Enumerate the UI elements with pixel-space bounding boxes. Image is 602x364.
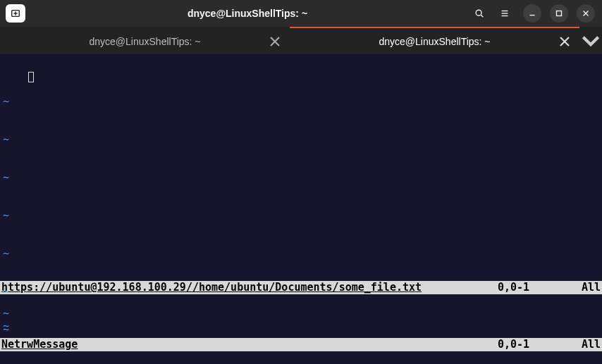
tab-label: dnyce@LinuxShellTips: ~	[290, 36, 579, 47]
vim-empty-lines: ~ ~ ~ ~ ~ ~ ~ ~ ~ ~ ~ ~ ~ ~ ~ ~	[3, 70, 41, 364]
tilde-line: ~	[3, 171, 41, 184]
status-scroll-pct: All	[575, 338, 601, 351]
tilde-line: ~	[3, 320, 602, 332]
tilde-line: ~	[3, 209, 41, 222]
close-window-button[interactable]	[577, 4, 595, 23]
svg-line-4	[481, 15, 483, 17]
minimize-button[interactable]	[523, 4, 541, 23]
svg-rect-9	[557, 11, 562, 16]
vim-pane-top[interactable]: ~ ~ ~ ~ ~ ~ ~ ~ ~ ~ ~ ~ ~ ~ ~ ~	[0, 54, 602, 281]
tilde-line: ~	[3, 307, 602, 320]
vim-command-line[interactable]	[0, 351, 602, 364]
tilde-line: ~	[3, 361, 41, 364]
tilde-line: ~	[3, 323, 41, 336]
tab-strip: dnyce@LinuxShellTips: ~ dnyce@LinuxShell…	[0, 27, 602, 54]
status-cursor-pos: 0,0-1	[498, 281, 575, 294]
vim-status-bar-bottom: NetrwMessage 0,0-1 All	[0, 338, 602, 351]
close-tab-icon[interactable]	[558, 35, 571, 48]
tilde-line: ~	[3, 133, 41, 146]
new-tab-button[interactable]	[6, 4, 25, 23]
status-file-path: https://ubuntu@192.168.100.29//home/ubun…	[1, 281, 422, 294]
window-title: dnyce@LinuxShellTips: ~	[188, 8, 307, 19]
vim-pane-bottom[interactable]: ~ ~	[0, 294, 602, 338]
vim-status-bar-top: https://ubuntu@192.168.100.29//home/ubun…	[0, 281, 602, 294]
maximize-button[interactable]	[550, 4, 568, 23]
close-tab-icon[interactable]	[269, 35, 281, 48]
tilde-line: ~	[3, 285, 41, 298]
hamburger-menu-button[interactable]	[495, 4, 515, 23]
tilde-line: ~	[3, 247, 41, 260]
tilde-line: ~	[3, 95, 41, 108]
tab-label: dnyce@LinuxShellTips: ~	[0, 36, 290, 47]
status-cursor-pos: 0,0-1	[498, 338, 575, 351]
tab-dropdown-button[interactable]	[579, 27, 602, 54]
terminal-tab-2[interactable]: dnyce@LinuxShellTips: ~	[290, 27, 579, 54]
status-scroll-pct: All	[575, 281, 601, 294]
terminal-output[interactable]: ~ ~ ~ ~ ~ ~ ~ ~ ~ ~ ~ ~ ~ ~ ~ ~ https://…	[0, 54, 602, 364]
window-titlebar: dnyce@LinuxShellTips: ~	[0, 0, 602, 27]
terminal-tab-1[interactable]: dnyce@LinuxShellTips: ~	[0, 27, 290, 54]
search-button[interactable]	[469, 4, 489, 23]
svg-point-3	[476, 10, 481, 15]
